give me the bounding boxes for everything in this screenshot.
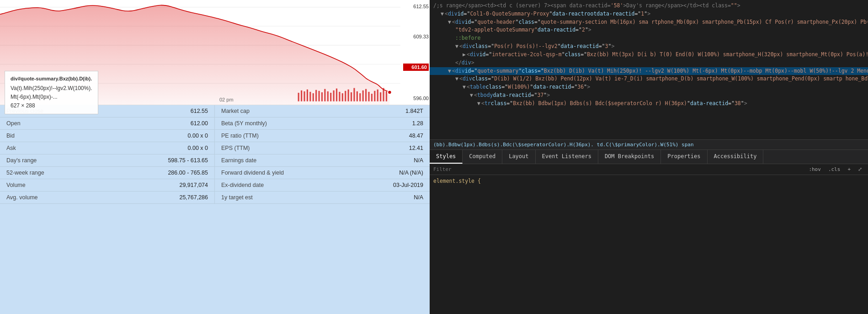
- stats-value: 598.75 - 613.65: [168, 157, 208, 164]
- svg-rect-35: [383, 88, 384, 101]
- svg-rect-32: [374, 91, 375, 101]
- stats-row: EPS (TTM)12.41: [215, 142, 430, 154]
- devtools-style-content: element.style {: [430, 175, 868, 314]
- stats-row: Day's range598.75 - 613.65: [0, 154, 215, 167]
- stats-label: Market cap: [221, 108, 250, 114]
- chart-tooltip: div#quote-summary.Bxz(bb).D(ib). Va(t).M…: [5, 71, 98, 114]
- svg-rect-17: [330, 93, 331, 101]
- svg-rect-9: [307, 90, 308, 101]
- stats-label: PE ratio (TTM): [221, 133, 259, 139]
- filter-cls-btn[interactable]: .cls: [826, 165, 843, 173]
- code-line[interactable]: ▶<div id="interactive-2col-qsp-m" class=…: [430, 51, 868, 59]
- tooltip-line2: Va(t).Mih(250px)!--lgv2.W(100%).: [11, 84, 92, 93]
- devtools-tab-accessibility[interactable]: Accessibility: [708, 150, 764, 164]
- price-label-mid1: 609.33: [403, 34, 429, 39]
- breadcrumb-text: (bb).Bdbw(1px).Bdbs(s).Bdc(\$seperatorCo…: [433, 142, 694, 148]
- stats-label: Open: [6, 120, 21, 127]
- price-labels: 612.55 609.33 601.60 596.00: [402, 0, 430, 105]
- svg-rect-36: [386, 91, 387, 101]
- devtools-tab-styles[interactable]: Styles: [430, 150, 463, 164]
- svg-rect-29: [365, 89, 367, 101]
- devtools-breadcrumb: (bb).Bdbw(1px).Bdbs(s).Bdc(\$seperatorCo…: [430, 139, 868, 149]
- chart-area: 612.55 609.33 601.60 596.00 02 pm div#qu…: [0, 0, 430, 105]
- stats-col-right: Market cap1.842TBeta (5Y monthly)1.28PE …: [215, 105, 430, 314]
- tooltip-selector: div#quote-summary.Bxz(bb).D(ib).: [11, 75, 92, 83]
- stats-col-left: Previous close612.55Open612.00Bid0.00 x …: [0, 105, 215, 314]
- svg-rect-27: [359, 93, 361, 101]
- devtools-panel: /;s range</span><td><td c (server) 7><sp…: [430, 0, 868, 314]
- tooltip-line3: Mt(-6px).Mt(0px)-...: [11, 93, 92, 101]
- svg-rect-15: [324, 89, 325, 101]
- svg-rect-30: [368, 92, 369, 101]
- code-line[interactable]: /;s range</span><td><td c (server) 7><sp…: [430, 2, 868, 10]
- svg-rect-18: [333, 90, 335, 101]
- stats-value: 0.00 x 0: [188, 145, 208, 151]
- stats-value: 29,917,074: [179, 182, 208, 188]
- price-label-mid3: 596.00: [403, 96, 429, 101]
- stats-row: Beta (5Y monthly)1.28: [215, 117, 430, 130]
- code-line[interactable]: ::before: [430, 34, 868, 43]
- stats-value: 1.842T: [405, 108, 423, 114]
- element-style-rule: element.style {: [433, 177, 864, 185]
- code-line[interactable]: "tdv2-applet-QuoteSummary" data-reactid=…: [430, 26, 868, 34]
- svg-rect-10: [309, 92, 311, 101]
- svg-rect-11: [313, 93, 314, 101]
- price-label-high: 612.55: [403, 4, 429, 9]
- stats-label: Earnings date: [221, 157, 256, 164]
- devtools-code-area[interactable]: /;s range</span><td><td c (server) 7><sp…: [430, 0, 868, 139]
- stats-value: 612.55: [191, 108, 208, 114]
- svg-rect-6: [298, 93, 299, 101]
- svg-rect-20: [339, 92, 340, 101]
- stats-label: 1y target est: [221, 194, 253, 201]
- stats-value: 0.00 x 0: [188, 133, 208, 139]
- code-line[interactable]: ▼<tr class="Bxz(bb) Bdbw(1px) Bdbs(s) Bd…: [430, 100, 868, 108]
- code-line[interactable]: ▼<tbody data-reactid="37">: [430, 91, 868, 100]
- stats-row: 1y target estN/A: [215, 192, 430, 204]
- code-line[interactable]: ▼<div class="D(ib) W(1/2) Bxz(bb) Pend(1…: [430, 75, 868, 83]
- filter-expand-btn[interactable]: ⤢: [856, 165, 864, 173]
- devtools-tab-dom-breakpoints[interactable]: DOM Breakpoints: [598, 150, 661, 164]
- stats-row: Ex-dividend date03-Jul-2019: [215, 179, 430, 192]
- svg-rect-33: [377, 90, 378, 101]
- stats-value: N/A (N/A): [399, 170, 423, 176]
- stats-row: Forward dividend & yieldN/A (N/A): [215, 167, 430, 179]
- price-label-current: 601.60: [403, 64, 429, 71]
- code-line[interactable]: ▼<table class="W(100%)" data-reactid="36…: [430, 83, 868, 91]
- devtools-tab-computed[interactable]: Computed: [463, 150, 502, 164]
- filter-pseudo-btn[interactable]: :hov: [806, 165, 823, 173]
- code-line[interactable]: </div>: [430, 59, 868, 67]
- code-line[interactable]: ▼<div class="Pos(r) Pos(s)!--lgv2" data-…: [430, 43, 868, 51]
- svg-rect-34: [380, 92, 381, 101]
- stats-label: Beta (5Y monthly): [221, 120, 267, 127]
- filter-plus-btn[interactable]: +: [845, 165, 853, 173]
- svg-rect-13: [318, 91, 320, 101]
- svg-rect-21: [342, 93, 343, 101]
- filter-input[interactable]: [433, 166, 803, 172]
- devtools-tab-properties[interactable]: Properties: [661, 150, 707, 164]
- svg-rect-16: [327, 91, 329, 101]
- stats-label: Day's range: [6, 157, 37, 164]
- svg-rect-8: [304, 91, 305, 101]
- stats-row: Bid0.00 x 0: [0, 130, 215, 142]
- stats-value: 1.28: [412, 120, 423, 127]
- stats-value: N/A: [414, 157, 423, 164]
- code-line[interactable]: ▼<div id="Col1-0-QuoteSummary-Proxy" dat…: [430, 10, 868, 18]
- devtools-tabs[interactable]: StylesComputedLayoutEvent ListenersDOM B…: [430, 149, 868, 164]
- devtools-tab-layout[interactable]: Layout: [502, 150, 535, 164]
- stats-label: Bid: [6, 133, 15, 139]
- svg-rect-31: [371, 94, 373, 101]
- stats-row: PE ratio (TTM)48.47: [215, 130, 430, 142]
- stats-value: 286.00 - 765.85: [168, 170, 208, 176]
- code-line[interactable]: ▼<div id="quote-header" class="quote-sum…: [430, 18, 868, 27]
- stats-table: Previous close612.55Open612.00Bid0.00 x …: [0, 105, 430, 314]
- filter-actions: :hov .cls + ⤢: [806, 165, 864, 173]
- devtools-tab-event-listeners[interactable]: Event Listeners: [536, 150, 598, 164]
- stats-row: Market cap1.842T: [215, 105, 430, 117]
- stats-value: N/A: [414, 194, 423, 201]
- stats-value: 612.00: [191, 120, 208, 127]
- devtools-filter-bar: :hov .cls + ⤢: [430, 164, 868, 175]
- code-line[interactable]: ▼<div id="quote-summary" class="Bxz(bb) …: [430, 67, 868, 75]
- stats-row: Volume29,917,074: [0, 179, 215, 192]
- svg-point-37: [388, 90, 392, 94]
- left-panel: 612.55 609.33 601.60 596.00 02 pm div#qu…: [0, 0, 430, 314]
